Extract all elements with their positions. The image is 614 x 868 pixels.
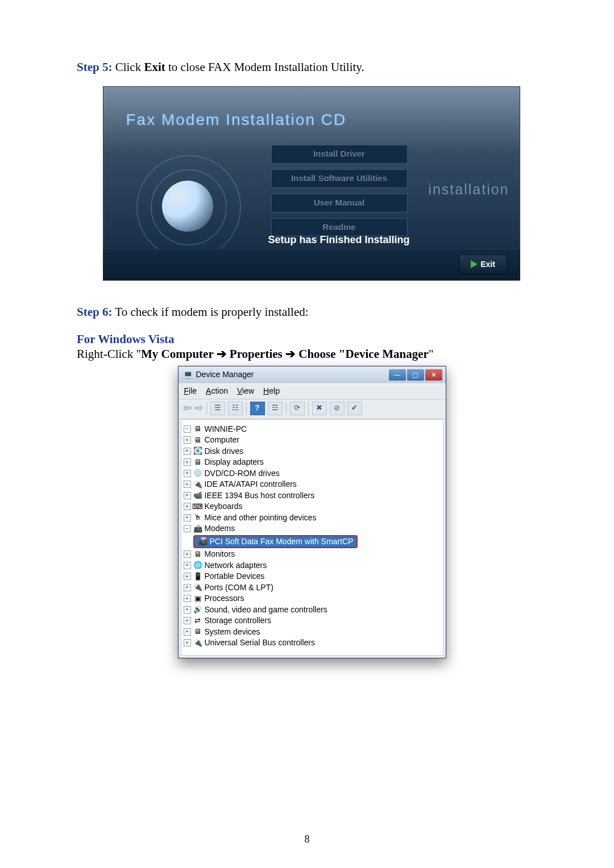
tree-root[interactable]: − 🖥 WINNIE-PC — [184, 424, 441, 435]
device-icon: 🖥 — [193, 436, 202, 445]
dm-menubar: File Action View Help — [179, 383, 446, 399]
tree-item[interactable]: +🔌Universal Serial Bus controllers — [184, 637, 441, 649]
device-icon: 🖥 — [193, 550, 202, 559]
step5-line: Step 5: Click Exit to close FAX Modem In… — [77, 60, 546, 74]
device-manager-window: 💻 Device Manager — ▢ ✕ File Action View … — [178, 366, 446, 658]
dm-toolbar: ⇦ ⇨ ☰ ☷ ? ☲ ⟳ ✖ ⊘ ✔ — [179, 399, 446, 419]
menu-action[interactable]: Action — [206, 386, 228, 397]
toolbar-scan-icon[interactable]: ☲ — [268, 402, 283, 415]
device-icon: 🔌 — [193, 480, 202, 489]
back-icon[interactable]: ⇦ — [183, 402, 192, 415]
installer-status: Setup has Finished Installing — [268, 233, 410, 247]
minimize-button[interactable]: — — [389, 369, 406, 381]
device-icon: 🖥 — [193, 627, 202, 636]
device-icon: 📹 — [193, 491, 202, 500]
device-icon: 💿 — [193, 469, 202, 478]
pc-icon: 🖥 — [193, 424, 202, 433]
toolbar-enable-icon[interactable]: ✔ — [347, 402, 362, 415]
tree-item[interactable]: +🔌IDE ATA/ATAPI controllers — [184, 479, 441, 490]
tree-item[interactable]: +⌨Keyboards — [184, 501, 441, 512]
installer-watermark: installation — [428, 181, 509, 198]
tree-item[interactable]: +📹IEEE 1394 Bus host controllers — [184, 490, 441, 502]
tree-item[interactable]: +🖱Mice and other pointing devices — [184, 512, 441, 524]
device-icon: 🔌 — [193, 639, 202, 648]
device-icon: 🔊 — [193, 605, 202, 614]
device-icon: ⇄ — [193, 616, 202, 625]
installer-window: Fax Modem Installation CD Install Driver… — [103, 86, 520, 281]
play-icon — [471, 260, 478, 268]
installer-footer: Exit — [103, 249, 520, 280]
device-icon: 💽 — [193, 446, 202, 456]
tree-item[interactable]: +🖥System devices — [184, 627, 441, 638]
toolbar-help-icon[interactable]: ? — [250, 402, 265, 415]
tree-item[interactable]: +🖥Monitors — [184, 549, 441, 560]
tree-item[interactable]: +▣Processors — [184, 593, 441, 604]
device-icon: ▣ — [193, 594, 202, 603]
menu-view[interactable]: View — [237, 386, 254, 397]
os-heading: For Windows Vista — [77, 332, 546, 347]
step6-line: Step 6: To check if modem is properly in… — [77, 304, 546, 319]
tree-item[interactable]: +💿DVD/CD-ROM drives — [184, 468, 441, 479]
device-icon: 📱 — [193, 572, 202, 581]
dm-titlebar: 💻 Device Manager — ▢ ✕ — [179, 366, 446, 383]
tree-item[interactable]: +🖥Computer — [184, 435, 441, 446]
tree-item[interactable]: +🖥Display adapters — [184, 457, 441, 468]
toolbar-uninstall-icon[interactable]: ✖ — [312, 402, 327, 415]
dm-title-text: Device Manager — [196, 370, 254, 380]
navigation-path: Right-Click "My Computer ➔ Properties ➔ … — [77, 347, 546, 361]
tree-item[interactable]: −📠Modems — [184, 523, 441, 535]
exit-button[interactable]: Exit — [459, 254, 507, 274]
device-icon: 🔌 — [193, 583, 202, 592]
maximize-button[interactable]: ▢ — [407, 369, 424, 381]
toolbar-props-icon[interactable]: ☷ — [228, 402, 243, 415]
user-manual-button[interactable]: User Manual — [271, 194, 408, 212]
tree-item[interactable]: +⇄Storage controllers — [184, 615, 441, 627]
toolbar-update-icon[interactable]: ⟳ — [290, 402, 305, 415]
install-driver-button[interactable]: Install Driver — [271, 145, 408, 164]
tree-item[interactable]: +💽Disk drives — [184, 446, 441, 457]
menu-help[interactable]: Help — [263, 386, 280, 397]
installer-options: Install Driver Install Software Utilitie… — [271, 145, 408, 242]
toolbar-tree-icon[interactable]: ☰ — [210, 402, 225, 415]
tree-item[interactable]: +🌐Network adapters — [184, 560, 441, 571]
highlighted-modem[interactable]: 📠PCI Soft Data Fax Modem with SmartCP — [184, 535, 441, 549]
tree-item[interactable]: +🔊Sound, video and game controllers — [184, 604, 441, 616]
page-number: 8 — [0, 833, 614, 846]
computer-icon: 💻 — [183, 370, 193, 380]
device-icon: 🖱 — [193, 513, 202, 522]
install-utilities-button[interactable]: Install Software Utilities — [271, 169, 408, 188]
device-icon: ⌨ — [193, 502, 202, 511]
cd-graphic — [131, 149, 244, 263]
device-icon: 🖥 — [193, 458, 202, 467]
tree-item[interactable]: +🔌Ports (COM & LPT) — [184, 582, 441, 594]
toolbar-disable-icon[interactable]: ⊘ — [330, 402, 345, 415]
tree-item[interactable]: +📱Portable Devices — [184, 571, 441, 582]
menu-file[interactable]: File — [184, 386, 197, 397]
device-icon: 🌐 — [193, 561, 202, 570]
modem-icon: 📠 — [198, 537, 208, 547]
step5-label: Step 5: — [77, 60, 112, 74]
forward-icon[interactable]: ⇨ — [194, 402, 203, 415]
installer-title: Fax Modem Installation CD — [126, 110, 347, 130]
step6-label: Step 6: — [77, 305, 112, 319]
dm-tree: − 🖥 WINNIE-PC +🖥Computer+💽Disk drives+🖥D… — [181, 419, 443, 656]
close-button[interactable]: ✕ — [425, 369, 442, 381]
device-icon: 📠 — [193, 524, 202, 533]
